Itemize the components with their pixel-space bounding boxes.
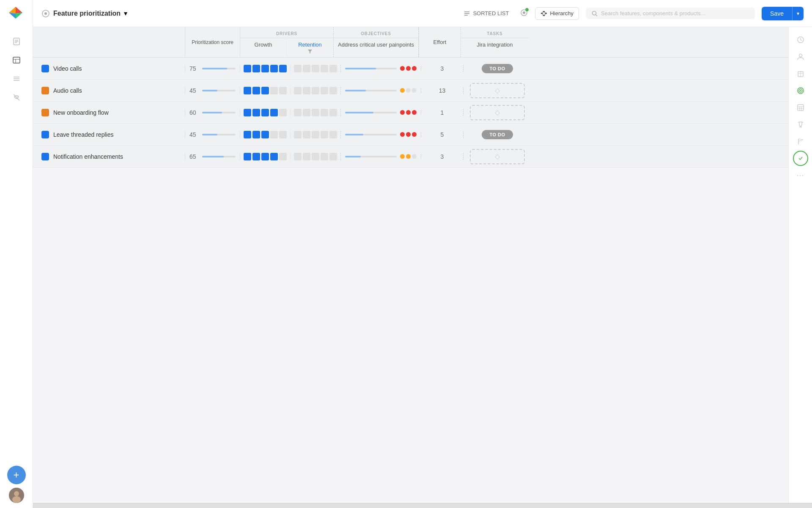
score-bar-fill (202, 90, 217, 91)
diamond-placeholder[interactable]: ◇ (470, 149, 525, 164)
table-rows: Video calls 75 3 TO DO (33, 58, 788, 168)
sidebar-item-lines[interactable] (9, 71, 24, 86)
feature-name: Audio calls (53, 87, 82, 94)
svg-marker-4 (16, 13, 22, 19)
sidebar-item-document[interactable] (9, 34, 24, 49)
sidebar-item-eye-off[interactable] (9, 90, 24, 105)
svg-line-29 (543, 11, 543, 13)
effort-cell: 13 (421, 87, 464, 94)
diamond-placeholder[interactable]: ◇ (470, 105, 525, 120)
right-icon-check-circle[interactable] (793, 151, 808, 166)
save-dropdown-button[interactable]: ▾ (793, 7, 804, 20)
add-button[interactable]: + (7, 466, 26, 484)
app-logo[interactable] (7, 5, 26, 24)
right-icon-table[interactable] (793, 100, 808, 115)
hierarchy-button[interactable]: Hierarchy (535, 7, 579, 20)
retention-cell (291, 109, 341, 116)
left-sidebar: + (0, 0, 33, 508)
right-icon-trophy[interactable] (793, 117, 808, 132)
todo-badge: TO DO (482, 130, 513, 139)
objective-cell (341, 110, 421, 115)
feature-name-cell: Leave threaded replies (33, 131, 185, 138)
right-icon-person[interactable] (793, 49, 808, 64)
scroll-bar-area[interactable] (33, 503, 812, 508)
score-cell: 60 (185, 109, 240, 116)
nav-title-area: Feature prioritization ▾ (41, 9, 127, 18)
right-icon-clock[interactable] (793, 32, 808, 47)
title-icon (41, 9, 50, 18)
svg-rect-46 (798, 105, 804, 110)
score-col-header: Prioritization score (185, 27, 240, 57)
svg-point-45 (800, 90, 801, 91)
obj-dots (400, 154, 417, 159)
svg-rect-28 (545, 13, 547, 14)
objective-cell (341, 88, 421, 93)
drivers-section-header: DRIVERS Growth Retention (240, 27, 334, 57)
score-cell: 45 (185, 87, 240, 94)
svg-line-38 (801, 40, 802, 41)
effort-col-header: Prioritization score Effort (419, 27, 461, 57)
score-bar-track (202, 68, 236, 69)
svg-rect-9 (13, 57, 20, 63)
obj-dots (400, 66, 417, 71)
svg-marker-3 (9, 13, 16, 19)
svg-point-39 (799, 54, 802, 57)
top-nav: Feature prioritization ▾ SORTED LIST (33, 0, 812, 27)
feature-color-dot (41, 109, 49, 116)
score-bar-fill (202, 134, 217, 135)
svg-point-24 (523, 11, 525, 14)
effort-cell: 1 (421, 109, 464, 116)
score-cell: 45 (185, 131, 240, 138)
right-icon-building[interactable] (793, 66, 808, 81)
svg-point-16 (14, 491, 19, 496)
search-bar[interactable]: Search features, components & products..… (586, 8, 755, 19)
svg-line-30 (543, 13, 543, 15)
filter-icon[interactable] (307, 49, 313, 54)
svg-line-31 (545, 11, 545, 13)
obj-bar-fill (345, 112, 373, 113)
obj-bar-track (345, 112, 397, 113)
obj-bar-track (345, 156, 397, 157)
growth-blocks (244, 153, 287, 160)
feature-name: Notification enhancements (53, 153, 123, 160)
sorted-list-icon (464, 10, 470, 17)
diamond-placeholder[interactable]: ◇ (470, 83, 525, 98)
table-row[interactable]: Audio calls 45 13 ◇ (33, 80, 788, 102)
objectives-label: OBJECTIVES (334, 27, 418, 38)
growth-cell (240, 87, 291, 94)
table-row[interactable]: New onboarding flow 60 1 (33, 102, 788, 124)
address-col-header: Address critical user painpoints (334, 38, 418, 51)
table-row[interactable]: Video calls 75 3 TO DO (33, 58, 788, 80)
table-row[interactable]: Notification enhancements 65 3 (33, 146, 788, 168)
tasks-sub-headers: Jira integration (461, 38, 529, 51)
sidebar-item-list[interactable] (9, 52, 24, 68)
table-row[interactable]: Leave threaded replies 45 5 (33, 124, 788, 146)
score-bar-fill (202, 112, 222, 113)
effort-cell: 3 (421, 153, 464, 160)
obj-dots (400, 88, 417, 93)
score-value: 60 (189, 109, 199, 116)
retention-cell (291, 65, 341, 72)
obj-bar-track (345, 68, 397, 69)
right-icon-target[interactable] (793, 83, 808, 98)
score-bar-track (202, 90, 236, 91)
growth-col-header: Growth (240, 38, 287, 57)
score-bar-fill (202, 156, 224, 157)
right-icon-flag[interactable] (793, 134, 808, 149)
score-bar-track (202, 112, 236, 113)
title-dropdown-arrow[interactable]: ▾ (124, 9, 127, 17)
right-icon-more[interactable]: ··· (793, 168, 808, 183)
obj-dots (400, 110, 417, 115)
user-avatar[interactable] (9, 488, 24, 503)
growth-blocks (244, 87, 287, 94)
notification-indicator (520, 8, 528, 19)
retention-blocks (294, 65, 337, 72)
growth-blocks (244, 65, 287, 72)
main-container: Feature prioritization ▾ SORTED LIST (33, 0, 812, 508)
obj-dots (400, 132, 417, 137)
sorted-list-button[interactable]: SORTED LIST (459, 8, 513, 19)
feature-name-cell: Notification enhancements (33, 153, 185, 160)
save-button[interactable]: Save (762, 7, 793, 20)
obj-bar-fill (345, 134, 363, 135)
todo-badge: TO DO (482, 64, 513, 73)
